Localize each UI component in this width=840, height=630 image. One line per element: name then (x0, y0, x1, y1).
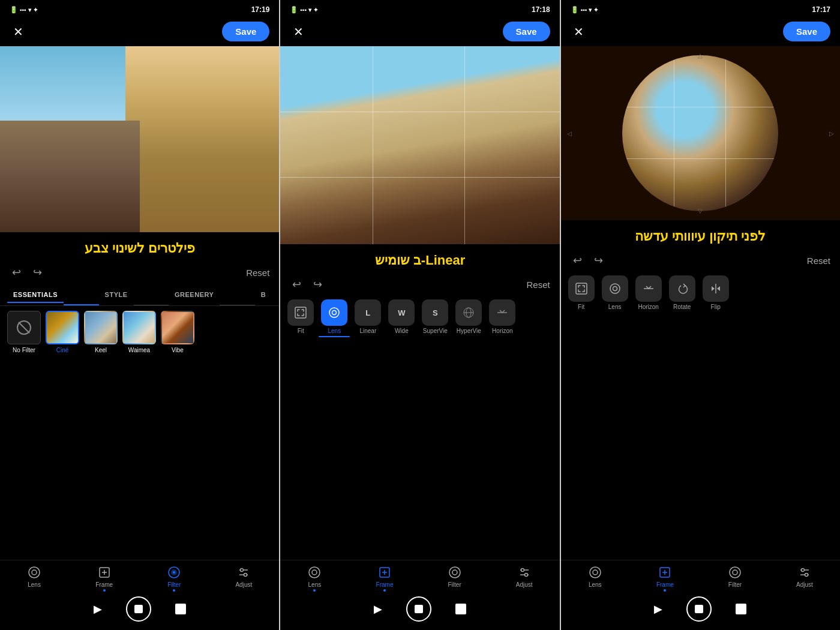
lens-options-2: Fit Lens L Linear W Wide S SuperVie (280, 296, 559, 341)
tool-frame-2[interactable]: Frame (376, 565, 394, 588)
s3-lens[interactable]: Lens (599, 275, 631, 310)
tab-essentials[interactable]: ESSENTIALS (7, 289, 64, 303)
bottom-toolbar-2: Lens Frame Filter Adjust (280, 560, 559, 590)
spacer-2 (280, 341, 559, 560)
filter-cine-thumb (46, 311, 79, 344)
filter-vibe-thumb (161, 311, 194, 344)
signal-3: ▪▪▪ (581, 7, 587, 13)
stop-btn-1[interactable] (175, 604, 186, 614)
s3-fit[interactable]: Fit (566, 275, 597, 310)
lens-horizon[interactable]: Horizon (487, 299, 518, 337)
lens-hypervie[interactable]: HyperVie (453, 299, 484, 337)
photo-2 (280, 46, 559, 244)
image-area-3: △ ▽ ◁ ▷ (561, 46, 840, 220)
capture-inner-2 (415, 605, 423, 613)
grid-v3-1 (674, 55, 674, 211)
reset-btn-1[interactable]: Reset (246, 268, 269, 278)
tool-adjust-1[interactable]: Adjust (235, 565, 252, 588)
capture-btn-1[interactable] (126, 596, 151, 622)
tool-frame-1[interactable]: Frame (95, 565, 113, 588)
save-btn-2[interactable]: Save (503, 22, 550, 41)
frame-options-3: Fit Lens Horizon Rotate (561, 272, 840, 314)
screen-2: 🔋 ▪▪▪ ▾ ✦ 17:18 ✕ Save שימוש ב-Linear (280, 0, 560, 630)
adjust-icon-1 (236, 565, 251, 580)
close-btn-1[interactable]: ✕ (10, 25, 26, 39)
caption-section-3: לפני תיקון עיווותי עדשה (561, 220, 840, 249)
top-bar-2: ✕ Save (280, 17, 559, 46)
svg-point-19 (309, 567, 320, 578)
tool-adjust-3[interactable]: Adjust (796, 565, 813, 588)
close-btn-2[interactable]: ✕ (290, 25, 307, 39)
redo-btn-2[interactable]: ↪ (311, 277, 325, 292)
s3-flip[interactable]: Flip (700, 275, 731, 310)
filter-tabs-1: ESSENTIALS STYLE GREENERY B (0, 284, 279, 306)
svg-point-13 (329, 308, 339, 317)
svg-marker-34 (717, 286, 720, 291)
screen-3: 🔋 ▪▪▪ ▾ ✦ 17:17 ✕ Save (561, 0, 840, 630)
status-bar-3: 🔋 ▪▪▪ ▾ ✦ 17:17 (561, 0, 840, 17)
redo-btn-1[interactable]: ↪ (31, 265, 44, 280)
filter-cine-label: Ciné (56, 347, 69, 353)
filter-vibe[interactable]: Vibe (161, 311, 194, 353)
top-bar-3: ✕ Save (561, 17, 840, 46)
tool-lens-3[interactable]: Lens (588, 565, 602, 588)
lens-linear[interactable]: L Linear (352, 299, 383, 337)
tool-filter-2[interactable]: Filter (448, 565, 462, 588)
fit-label: Fit (298, 328, 304, 334)
bt-3: ✦ (593, 7, 598, 13)
s3-horizon-label: Horizon (638, 304, 658, 310)
redo-btn-3[interactable]: ↪ (592, 253, 605, 268)
play-btn-3[interactable]: ▶ (654, 602, 662, 616)
undo-btn-1[interactable]: ↩ (10, 265, 23, 280)
lens-supervie[interactable]: S SuperVie (419, 299, 451, 337)
wide-label: Wide (395, 328, 409, 334)
signal-2: ▪▪▪ (300, 7, 307, 13)
undo-btn-2[interactable]: ↩ (290, 277, 304, 292)
tool-frame-3[interactable]: Frame (656, 565, 674, 588)
tool-lens-2[interactable]: Lens (307, 565, 322, 588)
capture-btn-3[interactable] (686, 596, 712, 622)
lens-fit[interactable]: Fit (285, 299, 316, 337)
linear-icon: L (355, 299, 381, 326)
image-area-2 (280, 46, 559, 244)
tool-adjust-2[interactable]: Adjust (516, 565, 533, 588)
play-btn-1[interactable]: ▶ (94, 602, 102, 616)
filter-cine[interactable]: Ciné (46, 311, 79, 353)
close-btn-3[interactable]: ✕ (571, 25, 587, 39)
s3-horizon[interactable]: Horizon (633, 275, 664, 310)
reset-btn-3[interactable]: Reset (807, 256, 830, 266)
save-btn-1[interactable]: Save (222, 22, 269, 41)
capture-btn-2[interactable] (406, 596, 431, 622)
filter-keel[interactable]: Keel (84, 311, 118, 353)
reset-btn-2[interactable]: Reset (526, 280, 550, 290)
grid-v1 (373, 46, 373, 244)
s3-lens-label: Lens (608, 304, 622, 310)
filter-waimea[interactable]: Waimea (122, 311, 156, 353)
grid-v3-2 (725, 55, 726, 211)
fit-icon (287, 299, 314, 326)
tab-greenery[interactable]: GREENERY (169, 289, 220, 303)
stop-btn-3[interactable] (736, 604, 746, 614)
horizon-icon (489, 299, 515, 326)
undo-btn-3[interactable]: ↩ (571, 253, 584, 268)
lens-wide[interactable]: W Wide (386, 299, 417, 337)
tab-b[interactable]: B (255, 289, 272, 303)
wifi-3: ▾ (589, 7, 592, 13)
play-btn-2[interactable]: ▶ (374, 602, 382, 616)
tab-style[interactable]: STYLE (99, 289, 134, 303)
s3-rotate[interactable]: Rotate (667, 275, 698, 310)
lens-icon-3 (588, 565, 602, 580)
tool-filter-3[interactable]: Filter (728, 565, 742, 588)
stop-btn-2[interactable] (455, 604, 466, 614)
tool-filter-1[interactable]: Filter (167, 565, 181, 588)
caption-section-1: פילטרים לשינוי צבע (0, 232, 279, 261)
save-btn-3[interactable]: Save (783, 22, 830, 41)
s3-horizon-icon (635, 275, 662, 302)
action-bar-3: ↩ ↪ Reset (561, 249, 840, 272)
lens-lens[interactable]: Lens (319, 299, 350, 337)
tool-lens-1[interactable]: Lens (27, 565, 41, 588)
battery-2: 🔋 (290, 6, 298, 14)
tool-frame-label-3: Frame (656, 581, 674, 588)
filter-no-filter[interactable]: No Filter (7, 311, 41, 353)
time-2: 17:18 (532, 5, 550, 14)
